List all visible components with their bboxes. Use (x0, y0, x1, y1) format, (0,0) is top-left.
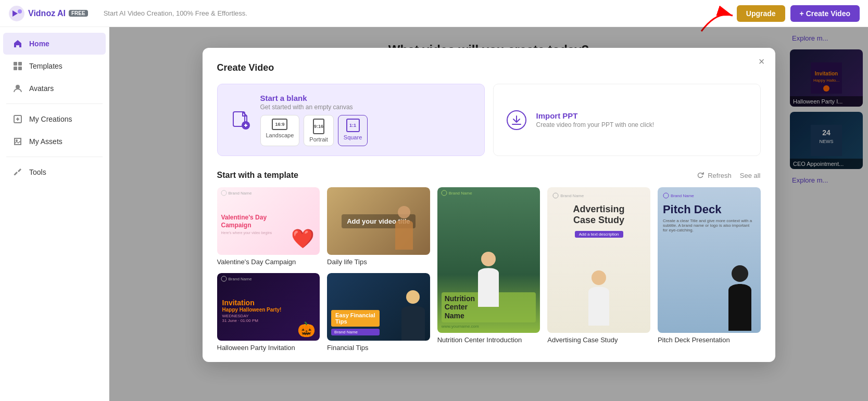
financial-brand: Brand Name (331, 329, 379, 335)
import-ppt-description: Create video from your PPT with one clic… (536, 121, 655, 128)
refresh-label: Refresh (708, 172, 732, 179)
aspect-square-btn[interactable]: 1:1 Square (338, 115, 368, 146)
nutrition-website: www.yourname.com (442, 324, 536, 329)
template-valentine[interactable]: Brand Name Valentine's DayCampaign Here'… (217, 187, 320, 266)
sidebar: Home Templates Avatars (0, 27, 109, 401)
nutrition-person-icon (470, 250, 507, 312)
svg-rect-3 (14, 62, 17, 66)
person-icon (390, 203, 419, 255)
financial-person-icon (396, 289, 430, 341)
svg-point-7 (16, 85, 20, 89)
svg-point-21 (398, 206, 410, 218)
template-pitch-deck-name: Pitch Deck Presentation (658, 336, 761, 344)
svg-point-27 (732, 265, 748, 282)
refresh-icon (697, 171, 705, 179)
my-creations-icon (12, 114, 23, 124)
halloween-date: WEDNESDAY31 June · 01:00 PM (222, 314, 258, 323)
avatars-icon (12, 83, 23, 94)
square-label: Square (344, 134, 362, 140)
advertising-brand-name: Brand Name (560, 193, 584, 198)
sidebar-item-templates[interactable]: Templates (3, 55, 106, 77)
pitch-brand-name: Brand Name (671, 193, 694, 198)
template-financial[interactable]: Easy FinancialTips Brand Name Financial … (327, 273, 430, 352)
svg-point-1 (18, 9, 22, 14)
svg-point-29 (406, 290, 420, 304)
sidebar-item-my-assets[interactable]: My Assets (3, 131, 106, 152)
brand-badge: Brand Name (221, 190, 252, 196)
sidebar-item-my-assets-label: My Assets (29, 137, 62, 146)
nutrition-person (437, 198, 540, 312)
topbar-left: Vidnoz AI FREE Start AI Video Creation, … (8, 5, 247, 22)
advertising-title: AdvertisingCase Study (573, 204, 625, 226)
financial-title: Easy FinancialTips (331, 310, 379, 327)
brand-icon (221, 190, 227, 196)
svg-point-24 (553, 193, 558, 198)
svg-point-28 (221, 276, 227, 281)
halloween-brand: Brand Name (221, 276, 252, 282)
nutrition-brand-icon (441, 190, 447, 196)
financial-person (396, 273, 430, 341)
halloween-brand-icon (221, 276, 227, 282)
upgrade-button[interactable]: Upgrade (737, 5, 785, 22)
start-section: Start a blank Get started with an empty … (217, 84, 761, 156)
template-advertising[interactable]: Brand Name AdvertisingCase Study Add a t… (547, 187, 650, 352)
advertising-person (581, 268, 617, 333)
sidebar-item-templates-label: Templates (29, 62, 62, 70)
halloween-subtitle: Happy Halloween Party! (222, 307, 282, 313)
square-icon: 1:1 (346, 119, 360, 132)
start-blank-title: Start a blank (260, 94, 368, 102)
template-halloween[interactable]: Brand Name Invitation Happy Halloween Pa… (217, 273, 320, 352)
aspect-landscape-btn[interactable]: 16:9 Landscape (260, 115, 300, 146)
svg-point-25 (592, 270, 606, 285)
templates-grid: Brand Name Valentine's DayCampaign Here'… (217, 187, 761, 352)
template-pitch-deck[interactable]: Brand Name Pitch Deck Create a clear Tit… (658, 187, 761, 352)
template-nutrition[interactable]: Brand Name NutritionCenterName www.yourn… (437, 187, 540, 352)
advertising-brand: Brand Name (552, 192, 584, 199)
sidebar-item-home[interactable]: Home (3, 33, 106, 55)
home-icon (12, 38, 23, 49)
halloween-title: Invitation (222, 299, 255, 307)
sidebar-item-tools-label: Tools (29, 168, 46, 176)
pitch-description: Create a clear Title and give more conte… (663, 218, 756, 232)
templates-header: Start with a template Refresh See all (217, 171, 761, 180)
landscape-icon: 16:9 (272, 119, 287, 130)
topbar-right: Upgrade + Create Video (737, 5, 860, 22)
sidebar-item-tools[interactable]: Tools (3, 161, 106, 183)
portrait-label: Portrait (309, 136, 328, 143)
start-blank-text: Start a blank Get started with an empty … (260, 94, 368, 146)
svg-rect-6 (18, 67, 22, 70)
templates-icon (12, 61, 23, 71)
financial-content: Easy FinancialTips Brand Name (331, 310, 379, 335)
pitch-title: Pitch Deck (663, 203, 756, 216)
aspect-options: 16:9 Landscape 9:16 Portrait 1:1 Square (260, 115, 368, 146)
sidebar-item-avatars[interactable]: Avatars (3, 77, 106, 99)
pitch-brand-icon (663, 192, 669, 199)
sidebar-item-avatars-label: Avatars (29, 84, 54, 93)
pitch-person (719, 263, 761, 333)
advertising-cta: Add a text description (575, 231, 623, 238)
see-all-button[interactable]: See all (740, 172, 761, 179)
aspect-portrait-btn[interactable]: 9:16 Portrait (304, 115, 333, 146)
modal-close-button[interactable]: × (759, 56, 765, 67)
start-blank-card[interactable]: Start a blank Get started with an empty … (217, 84, 485, 156)
template-daily-life[interactable]: Add your video title Daily life Tips (327, 187, 430, 266)
refresh-button[interactable]: Refresh (697, 171, 732, 179)
logo: Vidnoz AI FREE (8, 5, 88, 22)
sidebar-divider-2 (6, 157, 103, 157)
svg-rect-4 (18, 62, 22, 66)
template-nutrition-name: Nutrition Center Introduction (437, 336, 540, 344)
import-ppt-card[interactable]: Import PPT Create video from your PPT wi… (493, 84, 761, 156)
brand-name: Brand Name (229, 191, 252, 196)
svg-point-26 (663, 193, 669, 198)
sidebar-item-my-creations[interactable]: My Creations (3, 108, 106, 130)
modal-overlay: Create Video × Start a blank (109, 27, 868, 401)
nutrition-brand: Brand Name (441, 190, 472, 196)
create-video-button[interactable]: + Create Video (790, 5, 860, 22)
templates-section-title: Start with a template (217, 171, 298, 180)
advertising-brand-icon (552, 192, 559, 199)
template-halloween-name: Halloween Party Invitation (217, 344, 320, 352)
modal-title: Create Video (217, 62, 761, 73)
tools-icon (12, 167, 23, 177)
svg-point-20 (221, 190, 227, 196)
person-silhouette (379, 187, 430, 255)
